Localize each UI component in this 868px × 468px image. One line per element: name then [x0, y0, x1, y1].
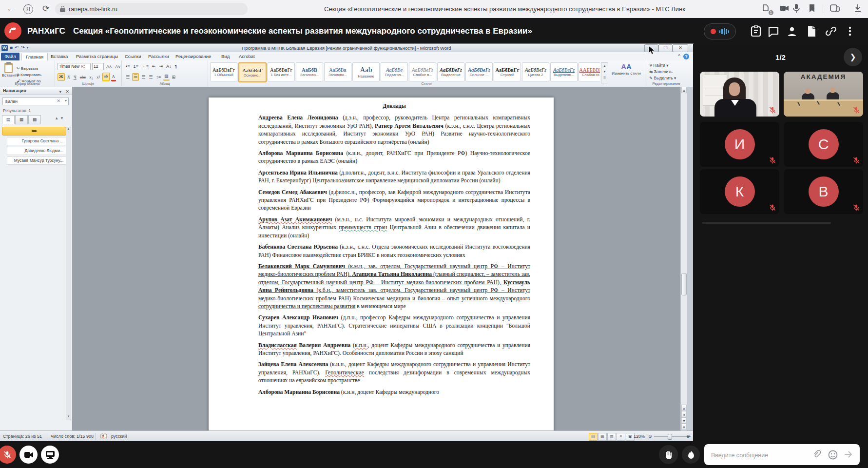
document-scrollbar[interactable]: ▲ ▲ ● ▼ ▼ [680, 87, 687, 430]
font-family-select[interactable]: Times New R: [58, 63, 91, 70]
tab-view[interactable]: Вид [217, 53, 233, 60]
zoom-level[interactable]: 120% [634, 431, 645, 442]
view-web[interactable]: ▥ [607, 433, 616, 441]
avatar-tile[interactable]: С [784, 122, 863, 167]
zoom-out-icon[interactable]: ⊙ [648, 431, 652, 442]
chat-input-box[interactable] [704, 444, 860, 465]
style-card[interactable]: АаБбВвЗаголово... [324, 62, 351, 81]
nav-result-item[interactable]: Давиденко Людми... [7, 147, 66, 155]
zoom-in-icon[interactable]: ⊕ [686, 431, 690, 442]
restore-button[interactable]: ❐ [658, 44, 673, 52]
document-page[interactable]: Доклады Андреева Елена Леонидовна (д.э.н… [209, 98, 554, 430]
avatar-tile[interactable]: К [700, 169, 779, 214]
line-spacing-button[interactable]: ↕≡ [155, 74, 162, 80]
nav-prev-next-icons[interactable]: ▲▼ [55, 116, 65, 120]
browser-refresh-icon[interactable]: ⟳ [40, 3, 52, 15]
replace-button[interactable]: ⇆ Заменить [649, 69, 673, 75]
superscript-button[interactable]: x² [96, 74, 101, 80]
tab-mailings[interactable]: Рассылки [144, 53, 173, 60]
bold-button[interactable]: Ж [58, 73, 65, 81]
mic-permission-icon[interactable] [792, 3, 800, 15]
mic-toggle-button[interactable] [0, 446, 16, 464]
reactions-button[interactable] [682, 446, 700, 464]
grow-font-button[interactable]: А˄ [105, 63, 113, 70]
style-card[interactable]: АаБбВвГгСлабое в... [409, 62, 436, 81]
nav-close-icon[interactable]: ✕ [65, 88, 69, 96]
tab-file[interactable]: Файл [1, 53, 19, 60]
redo-icon[interactable]: ↷ [20, 44, 24, 51]
paste-button[interactable]: Вставить [2, 63, 15, 78]
sort-button[interactable]: А↓ [165, 63, 173, 70]
find-button[interactable]: ⚲ Найти ▾ [649, 62, 669, 69]
video-tile-speaker[interactable] [700, 72, 779, 117]
status-language[interactable]: русский [111, 431, 127, 442]
strikethrough-button[interactable]: abc [79, 74, 87, 80]
participants-icon[interactable] [786, 25, 798, 38]
numbering-button[interactable]: 1≡ [132, 63, 139, 70]
chat-input[interactable] [710, 444, 805, 466]
tab-references[interactable]: Ссылки [121, 53, 145, 60]
status-page[interactable]: Страница: 26 из 51 [3, 431, 42, 442]
tab-acrobat[interactable]: Acrobat [235, 53, 259, 60]
style-card[interactable]: АаБбВвГгЦитата 2 [522, 62, 549, 81]
align-left-button[interactable]: ☰ [125, 74, 131, 80]
underline-button[interactable]: Ч [73, 74, 77, 80]
browser-back-icon[interactable]: ← [5, 3, 17, 15]
camera-toggle-button[interactable] [19, 446, 38, 464]
align-right-button[interactable]: ☰ [140, 74, 146, 80]
collapse-ribbon-icon[interactable]: ^ [678, 54, 680, 59]
view-outline[interactable]: ≡ [617, 433, 625, 441]
tab-review[interactable]: Рецензирование [172, 53, 215, 60]
nav-result-item[interactable] [2, 127, 66, 136]
select-button[interactable]: ✎ Выделить ▾ [649, 75, 676, 81]
decrease-indent-button[interactable]: ⇤ [151, 63, 157, 70]
avatar-tile[interactable]: В [784, 169, 863, 214]
style-card[interactable]: АаБбВЗаголово... [296, 62, 323, 81]
close-button[interactable]: ✕ [673, 44, 688, 52]
style-card[interactable]: АаБбВвГгСтрогий [494, 62, 521, 81]
send-icon[interactable] [843, 449, 854, 460]
highlight-button[interactable]: ab [102, 73, 110, 81]
subscript-button[interactable]: x₂ [88, 74, 94, 80]
avatar-tile[interactable]: И [700, 122, 779, 167]
view-print-layout[interactable]: ▤ [589, 433, 598, 441]
style-card[interactable]: АаБбВвГг1 Обычный [210, 62, 237, 81]
style-card[interactable]: AabНазвание [352, 62, 380, 81]
nav-dropdown-icon[interactable]: ▾ [59, 88, 61, 96]
download-icon[interactable] [853, 3, 863, 15]
bullets-button[interactable]: •≡ [125, 63, 131, 70]
font-color-button[interactable]: А [111, 73, 116, 81]
nav-result-item[interactable]: Гусарова Светлана ... [7, 137, 66, 145]
spellcheck-icon[interactable] [100, 431, 107, 442]
tab-insert[interactable]: Вставка [47, 53, 72, 60]
nav-search-clear-icon[interactable]: ✕ [57, 98, 60, 103]
side-panels-icon[interactable] [829, 3, 840, 15]
scroll-down-icon[interactable]: ▼ [681, 424, 687, 430]
zoom-slider[interactable] [654, 436, 691, 437]
video-tile-room[interactable]: АКАДЕМИЯ [784, 72, 863, 117]
view-fullscreen[interactable]: ▦ [598, 433, 607, 441]
address-bar[interactable]: ranepa.mts-link.ru [55, 3, 248, 15]
link-icon[interactable] [825, 25, 837, 38]
style-card[interactable]: ААББВВГГСлабая сс... [579, 62, 600, 81]
style-card[interactable]: АаБбВвГгВыделенн... [550, 62, 578, 81]
notes-icon[interactable] [750, 25, 762, 38]
yandex-icon[interactable]: Я [22, 3, 34, 15]
quick-access-toolbar[interactable]: W ■ ↶ ↷ ▾ [1, 44, 28, 51]
save-icon[interactable]: ■ [10, 44, 13, 51]
materials-icon[interactable] [805, 25, 818, 38]
camera-permission-icon[interactable] [779, 3, 790, 15]
zoom-slider-thumb[interactable] [668, 434, 672, 440]
tab-page-layout[interactable]: Разметка страницы [72, 53, 122, 60]
style-card[interactable]: АаБбВвГОсновно... [238, 62, 267, 82]
raise-hand-button[interactable] [659, 445, 678, 464]
help-icon[interactable]: ? [683, 54, 689, 59]
status-word-count[interactable]: Число слов: 1/15 908 [51, 431, 94, 442]
styles-scroll[interactable]: ▲▼☰ [601, 62, 608, 83]
shrink-font-button[interactable]: А˅ [114, 63, 121, 70]
style-card[interactable]: АаБбВвГгВыделение [437, 62, 464, 81]
nav-search-options-icon[interactable]: ▾ [65, 98, 67, 103]
tab-home[interactable]: Главная [21, 53, 48, 61]
next-page-button[interactable]: ❯ [844, 48, 862, 66]
nav-scrollbar[interactable]: ▲ ▼ [66, 127, 71, 420]
